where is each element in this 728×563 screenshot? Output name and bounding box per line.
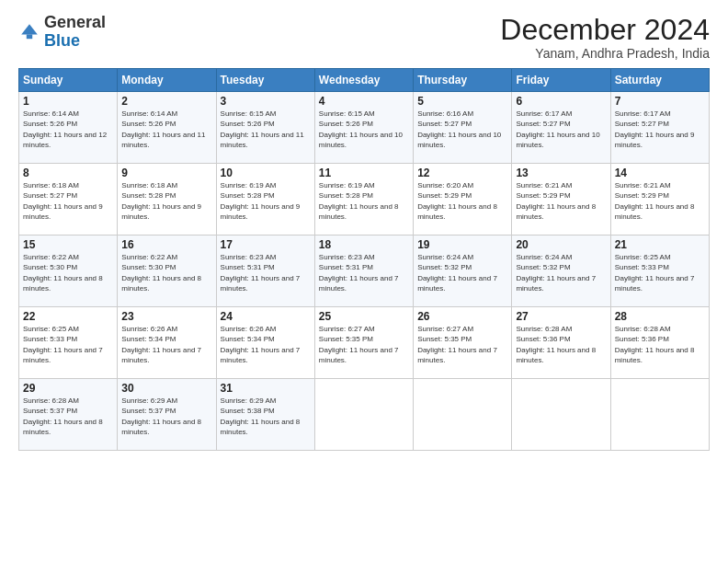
logo-blue: Blue	[44, 31, 80, 50]
table-row: 15 Sunrise: 6:22 AMSunset: 5:30 PMDaylig…	[19, 236, 118, 307]
header: General Blue December 2024 Yanam, Andhra…	[18, 14, 710, 61]
location: Yanam, Andhra Pradesh, India	[500, 46, 710, 61]
day-info: Sunrise: 6:21 AMSunset: 5:29 PMDaylight:…	[516, 181, 596, 221]
day-number: 25	[319, 310, 409, 323]
day-info: Sunrise: 6:17 AMSunset: 5:27 PMDaylight:…	[615, 109, 695, 149]
day-number: 27	[516, 310, 606, 323]
day-info: Sunrise: 6:22 AMSunset: 5:30 PMDaylight:…	[121, 253, 201, 293]
day-number: 29	[23, 382, 113, 395]
day-number: 30	[121, 382, 211, 395]
day-info: Sunrise: 6:18 AMSunset: 5:28 PMDaylight:…	[121, 181, 201, 221]
table-row: 24 Sunrise: 6:26 AMSunset: 5:34 PMDaylig…	[216, 307, 314, 379]
month-title: December 2024	[500, 14, 710, 46]
table-row	[414, 379, 512, 451]
table-row: 8 Sunrise: 6:18 AMSunset: 5:27 PMDayligh…	[19, 164, 118, 236]
day-info: Sunrise: 6:29 AMSunset: 5:37 PMDaylight:…	[121, 396, 201, 436]
table-row: 1 Sunrise: 6:14 AMSunset: 5:26 PMDayligh…	[19, 92, 118, 164]
day-number: 16	[121, 238, 211, 251]
day-number: 2	[121, 95, 211, 108]
svg-rect-1	[27, 34, 32, 39]
table-row: 5 Sunrise: 6:16 AMSunset: 5:27 PMDayligh…	[414, 92, 512, 164]
table-row: 14 Sunrise: 6:21 AMSunset: 5:29 PMDaylig…	[610, 164, 709, 236]
day-info: Sunrise: 6:18 AMSunset: 5:27 PMDaylight:…	[23, 181, 103, 221]
day-number: 11	[319, 167, 409, 179]
calendar-row-3: 15 Sunrise: 6:22 AMSunset: 5:30 PMDaylig…	[19, 236, 710, 307]
col-monday: Monday	[118, 69, 216, 92]
day-info: Sunrise: 6:28 AMSunset: 5:36 PMDaylight:…	[615, 325, 695, 364]
table-row: 20 Sunrise: 6:24 AMSunset: 5:32 PMDaylig…	[512, 236, 610, 307]
calendar-row-1: 1 Sunrise: 6:14 AMSunset: 5:26 PMDayligh…	[19, 92, 710, 164]
day-number: 28	[615, 310, 705, 323]
table-row: 22 Sunrise: 6:25 AMSunset: 5:33 PMDaylig…	[19, 307, 118, 379]
table-row: 11 Sunrise: 6:19 AMSunset: 5:28 PMDaylig…	[314, 164, 413, 236]
calendar-row-4: 22 Sunrise: 6:25 AMSunset: 5:33 PMDaylig…	[19, 307, 710, 379]
table-row	[314, 379, 413, 451]
day-info: Sunrise: 6:14 AMSunset: 5:26 PMDaylight:…	[121, 109, 205, 149]
day-number: 31	[221, 382, 311, 395]
day-number: 1	[23, 95, 113, 108]
table-row: 9 Sunrise: 6:18 AMSunset: 5:28 PMDayligh…	[118, 164, 216, 236]
day-number: 7	[615, 95, 705, 108]
logo-general: General	[44, 13, 106, 31]
day-number: 3	[221, 95, 311, 108]
table-row: 6 Sunrise: 6:17 AMSunset: 5:27 PMDayligh…	[512, 92, 610, 164]
day-number: 22	[23, 310, 113, 323]
day-info: Sunrise: 6:24 AMSunset: 5:32 PMDaylight:…	[516, 253, 596, 293]
table-row: 17 Sunrise: 6:23 AMSunset: 5:31 PMDaylig…	[216, 236, 314, 307]
table-row: 28 Sunrise: 6:28 AMSunset: 5:36 PMDaylig…	[610, 307, 709, 379]
day-number: 9	[121, 167, 211, 179]
table-row: 25 Sunrise: 6:27 AMSunset: 5:35 PMDaylig…	[314, 307, 413, 379]
day-info: Sunrise: 6:17 AMSunset: 5:27 PMDaylight:…	[516, 109, 599, 149]
day-number: 6	[516, 95, 606, 108]
day-number: 12	[417, 167, 507, 179]
col-sunday: Sunday	[19, 69, 118, 92]
day-info: Sunrise: 6:25 AMSunset: 5:33 PMDaylight:…	[615, 253, 695, 293]
logo-text: General Blue	[44, 14, 106, 51]
table-row: 30 Sunrise: 6:29 AMSunset: 5:37 PMDaylig…	[118, 379, 216, 451]
logo-icon	[18, 21, 40, 43]
table-row: 21 Sunrise: 6:25 AMSunset: 5:33 PMDaylig…	[610, 236, 709, 307]
day-info: Sunrise: 6:29 AMSunset: 5:38 PMDaylight:…	[221, 396, 301, 436]
col-saturday: Saturday	[610, 69, 709, 92]
day-info: Sunrise: 6:23 AMSunset: 5:31 PMDaylight:…	[319, 253, 399, 293]
table-row	[512, 379, 610, 451]
table-row	[610, 379, 709, 451]
table-row: 13 Sunrise: 6:21 AMSunset: 5:29 PMDaylig…	[512, 164, 610, 236]
table-row: 3 Sunrise: 6:15 AMSunset: 5:26 PMDayligh…	[216, 92, 314, 164]
header-row: Sunday Monday Tuesday Wednesday Thursday…	[19, 69, 710, 92]
day-info: Sunrise: 6:25 AMSunset: 5:33 PMDaylight:…	[23, 325, 103, 364]
col-thursday: Thursday	[414, 69, 512, 92]
day-number: 19	[417, 238, 507, 251]
table-row: 7 Sunrise: 6:17 AMSunset: 5:27 PMDayligh…	[610, 92, 709, 164]
calendar-row-5: 29 Sunrise: 6:28 AMSunset: 5:37 PMDaylig…	[19, 379, 710, 451]
day-info: Sunrise: 6:23 AMSunset: 5:31 PMDaylight:…	[221, 253, 301, 293]
day-number: 15	[23, 238, 113, 251]
day-info: Sunrise: 6:26 AMSunset: 5:34 PMDaylight:…	[221, 325, 301, 364]
day-info: Sunrise: 6:19 AMSunset: 5:28 PMDaylight:…	[319, 181, 399, 221]
svg-marker-0	[21, 24, 38, 34]
day-number: 13	[516, 167, 606, 179]
day-info: Sunrise: 6:20 AMSunset: 5:29 PMDaylight:…	[417, 181, 497, 221]
col-tuesday: Tuesday	[216, 69, 314, 92]
col-wednesday: Wednesday	[314, 69, 413, 92]
calendar-table: Sunday Monday Tuesday Wednesday Thursday…	[18, 68, 710, 451]
day-info: Sunrise: 6:26 AMSunset: 5:34 PMDaylight:…	[121, 325, 201, 364]
table-row: 2 Sunrise: 6:14 AMSunset: 5:26 PMDayligh…	[118, 92, 216, 164]
table-row: 19 Sunrise: 6:24 AMSunset: 5:32 PMDaylig…	[414, 236, 512, 307]
logo: General Blue	[18, 14, 106, 51]
table-row: 26 Sunrise: 6:27 AMSunset: 5:35 PMDaylig…	[414, 307, 512, 379]
day-info: Sunrise: 6:15 AMSunset: 5:26 PMDaylight:…	[319, 109, 403, 149]
table-row: 18 Sunrise: 6:23 AMSunset: 5:31 PMDaylig…	[314, 236, 413, 307]
table-row: 29 Sunrise: 6:28 AMSunset: 5:37 PMDaylig…	[19, 379, 118, 451]
day-number: 26	[417, 310, 507, 323]
day-info: Sunrise: 6:27 AMSunset: 5:35 PMDaylight:…	[319, 325, 399, 364]
table-row: 12 Sunrise: 6:20 AMSunset: 5:29 PMDaylig…	[414, 164, 512, 236]
table-row: 16 Sunrise: 6:22 AMSunset: 5:30 PMDaylig…	[118, 236, 216, 307]
day-info: Sunrise: 6:16 AMSunset: 5:27 PMDaylight:…	[417, 109, 501, 149]
day-number: 20	[516, 238, 606, 251]
col-friday: Friday	[512, 69, 610, 92]
day-number: 23	[121, 310, 211, 323]
day-info: Sunrise: 6:24 AMSunset: 5:32 PMDaylight:…	[417, 253, 497, 293]
day-info: Sunrise: 6:21 AMSunset: 5:29 PMDaylight:…	[615, 181, 695, 221]
day-number: 18	[319, 238, 409, 251]
